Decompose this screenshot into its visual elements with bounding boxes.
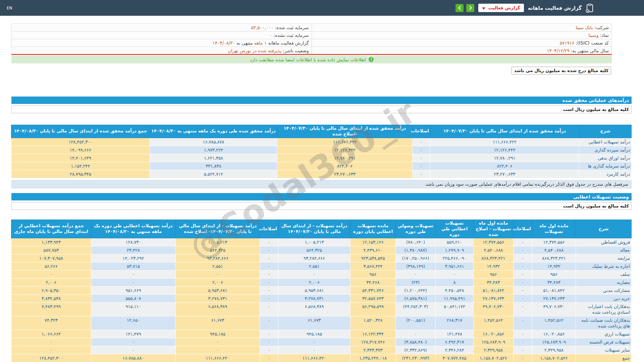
facilities-cell: ۵,۹۵۳,۶۸۱ xyxy=(278,287,351,295)
facilities-row: مرابحه۸۶۸,۳۲۳,۴۲۱۰۸۶۸,۳۲۳,۴۲۱۲۲۵,۴۶۶,۰۹۰… xyxy=(11,254,632,262)
facilities-cell: ۵۱,۰۸۱,۸۴۲ xyxy=(474,287,514,295)
income-footnote: سرفصل های مندرج در جدول فوق الذکر دربرگی… xyxy=(11,180,632,188)
facilities-cell: ۳,۲۷۸,۷۳۱ xyxy=(176,295,260,303)
facilities-cell: ۰ xyxy=(396,270,436,279)
facilities-column-header: اصلاحات xyxy=(514,220,532,238)
facilities-cell: ۳۴,۴۸۳ xyxy=(474,279,514,287)
facilities-cell: ۰ xyxy=(176,346,260,354)
income-column-header: درآمد محقق شده از ابتدای سال مالی تا پای… xyxy=(430,125,579,138)
report-type-dropdown-label: گزارش فعالیت xyxy=(488,5,520,10)
facilities-cell: ۸ xyxy=(436,279,474,287)
facilities-cell: ۰ xyxy=(514,338,532,346)
facilities-cell: ۰ xyxy=(11,338,91,346)
facilities-cell: ۱۱۱,۶۶۶,۴۲۰ xyxy=(278,354,351,362)
facilities-cell: ۲,۰۰۶ xyxy=(278,279,351,287)
chevron-left-icon xyxy=(458,6,462,10)
company-info-cell: وضعیت ناشر: پذیرفته شده در بورس تهران xyxy=(12,47,312,55)
facilities-row: اجاره به شرط تملیک۱۴,۹۳۲۰۱۴,۹۳۲۳,۹۵۱,۶۶۱… xyxy=(11,262,632,270)
income-cell: ۱,۹۷۳,۲۲۴ xyxy=(150,146,277,154)
income-cell: ۳۳۱,۸۳۸ xyxy=(150,162,277,170)
facilities-row: فروش اقساطي۱۲,۳۷۴,۵۵۶۰۱۲,۳۷۴,۵۵۶۵۵۹,۲۱۰(… xyxy=(11,238,632,246)
signed-info-banner: i اطلاعات نمایش داده شده با اطلاعات امضا… xyxy=(11,56,612,63)
facilities-cell: ۴,۵۴۰,۶۸۸ xyxy=(474,246,514,254)
facilities-row-label: تسهیلات قرض الحسنه xyxy=(576,338,632,346)
facilities-cell: ۱۶,۱۴۲,۳۳۴ xyxy=(351,330,396,338)
facilities-column-header: اصلاحات xyxy=(260,220,278,238)
facilities-column-header: شرح xyxy=(576,220,632,238)
facilities-cell: ۵۶۴,۳۲۵ xyxy=(278,246,351,254)
facilities-cell: ۰ xyxy=(514,330,532,338)
facilities-cell: (۲۳) xyxy=(396,279,436,287)
facilities-row: مشارکت مدني۵۱,۰۸۱,۸۴۲۰۵۱,۰۸۱,۸۴۲۴,۴۵۰,۵۴… xyxy=(11,287,632,295)
facilities-cell: ۰ xyxy=(514,287,532,295)
facilities-cell: ۵۴,۳۳۱,۷۴۶ xyxy=(351,287,396,295)
facilities-cell: (۶,۵۷۵,۳۸۱) xyxy=(396,295,436,303)
income-column-header: اصلاحات xyxy=(413,125,430,138)
facilities-cell: ۶۱,۶۷۳ xyxy=(176,316,260,330)
facilities-cell: ۰ xyxy=(260,254,278,262)
facilities-cell: ۴,۴۳۹,۶۱۰ xyxy=(351,246,396,254)
facilities-cell: ۱۲۵,۶۸۳,۹۰۹ xyxy=(532,338,576,346)
facilities-cell: ۲۲۵,۴۶۶,۰۹۰ xyxy=(436,254,474,262)
facilities-cell: ۴,۵۴۰,۶۸۸ xyxy=(532,246,576,254)
next-report-button[interactable] xyxy=(466,4,474,12)
facilities-cell: ۰ xyxy=(514,238,532,246)
facilities-cell: ۹۳,۲۸۴,۶۶۶ xyxy=(176,254,260,262)
page: گزارش فعالیت ماهانه گزارش فعالیت EN شرکت… xyxy=(0,0,644,362)
facilities-cell: ۰ xyxy=(11,270,91,279)
facilities-cell: ۲,۳۴۶,۲۸۴ xyxy=(436,346,474,354)
facilities-cell: ۹۴۵,۱۸۵ xyxy=(278,330,351,338)
facilities-cell: ۷۴,۳۲۳ xyxy=(11,316,91,330)
facilities-cell: ۱۶,۷۸۵,۸۸۰ xyxy=(91,354,176,362)
facilities-cell: ۹۵۶ xyxy=(532,270,576,279)
facilities-row-label: جمع xyxy=(576,354,632,362)
facilities-row: سایر تسهیلات۲,۳۲۹,۹۵۸۰۲,۳۲۹,۹۵۸۲,۳۴۶,۲۸۴… xyxy=(11,346,632,354)
report-type-dropdown[interactable]: گزارش فعالیت xyxy=(478,4,524,12)
company-info-row: کد صنعت (ISIC): ۵۷۱۹۱۶گزارش فعالیت ماهان… xyxy=(12,39,612,47)
facilities-cell: ۴,۴۵۰,۵۴۸ xyxy=(436,287,474,295)
company-info-row: سال مالی منتهی به: ۱۴۰۴/۱۲/۲۹وضعیت ناشر:… xyxy=(12,47,612,55)
facilities-cell: ۱۲۱,۴۷۹ xyxy=(91,330,176,338)
facilities-cell: ۰ xyxy=(260,303,278,316)
income-cell: ۱,۱۵۴,۲۴۴ xyxy=(11,162,150,170)
facilities-cell: ۳۲,۵۵۷,۷۴۳ xyxy=(351,295,396,303)
facilities-cell: ۰ xyxy=(514,295,532,303)
company-info-table: شرکت: بانک سیناسرمایه ثبت شده: ۵۳,۵۰۰,۰۰… xyxy=(11,23,612,55)
facilities-cell: ۲,۳۴۳,۳۷۳ xyxy=(351,346,396,354)
facilities-row: جعاله۴,۵۴۰,۶۸۸۰۴,۵۴۰,۶۸۸۱,۲۷۹,۹۰۹(۱,۳۸۰,… xyxy=(11,246,632,254)
company-info-row: شرکت: بانک سیناسرمایه ثبت شده: ۵۳,۵۰۰,۰۰… xyxy=(12,24,612,32)
facilities-column-header: تسهیلات وصولي طي دوره xyxy=(396,220,436,238)
facilities-row-label: جعاله xyxy=(576,246,632,254)
facilities-cell: ۱,۰۰۵,۲۱۳ xyxy=(176,238,260,246)
facilities-cell: ۴۹,۷۰۶,۷۳۰ xyxy=(532,303,576,316)
facilities-row-label: بدهکاران بابت اعتبارات اسنادي پرداخت شده xyxy=(576,303,632,316)
income-cell: ۰ xyxy=(413,170,430,178)
income-row: درامد کارمزد۲۳,۲۷۰,۶۳۳۰۲۳,۲۷۰,۶۳۳۵,۵۲۴,۷… xyxy=(11,170,632,178)
facilities-cell: ۰ xyxy=(260,346,278,354)
income-cell: ۰ xyxy=(413,138,430,146)
facilities-cell: ۳۴,۴۸۳ xyxy=(532,279,576,287)
facilities-cell: ۶,۴۹۲,۳۱۷ xyxy=(436,338,474,346)
facilities-cell: ۰ xyxy=(436,270,474,279)
facilities-cell: (۱,۳۸۰,۹۸۷) xyxy=(396,246,436,254)
income-cell: ۰ xyxy=(413,162,430,170)
facilities-cell: ۵۶,۲۹۵,۵۹۹ xyxy=(351,303,396,316)
income-cell: ۲۸,۷۹۵,۳۴۵ xyxy=(11,170,150,178)
previous-report-button[interactable] xyxy=(455,4,464,12)
facilities-cell: ۱۲,۳۷۴,۵۵۶ xyxy=(532,238,576,246)
chevron-down-icon xyxy=(482,5,485,11)
facilities-cell: ۱۲۱,۴۷۸ xyxy=(436,330,474,338)
page-title: گزارش فعالیت ماهانه xyxy=(528,5,582,11)
income-cell: ۸۲۲,۴۰۶ xyxy=(430,162,579,170)
facilities-cell: ۱,۴۵۲,۵۶۲ xyxy=(532,316,576,330)
language-switch-en[interactable]: EN xyxy=(7,6,12,10)
company-info-cell: سرمایه ثبت شده: ۵۳,۵۰۰,۰۰۰ xyxy=(12,24,312,32)
facilities-cell: ۵۰,۸۴۱,۱۷۲ xyxy=(436,303,474,316)
facilities-cell: (۲,۳۳۲,۸۶۹) xyxy=(396,346,436,354)
facilities-row: خرید دین۲۷,۱۳۷,۶۳۳۰۲۷,۱۳۷,۶۳۳۱۱,۹۹۵,۴۹۱(… xyxy=(11,295,632,303)
income-cell: ۱۲۸,۴۵۲,۳۰۰ xyxy=(11,138,150,146)
facilities-cell: ۵۳,۷۱۵ xyxy=(91,262,176,270)
facilities-cell: ۱۶,۰۲۰,۸۵۶ xyxy=(474,330,514,338)
facilities-cell: ۵۵۵,۸۰۷ xyxy=(91,295,176,303)
income-cell: ۸۲۲,۴۰۶ xyxy=(277,162,413,170)
